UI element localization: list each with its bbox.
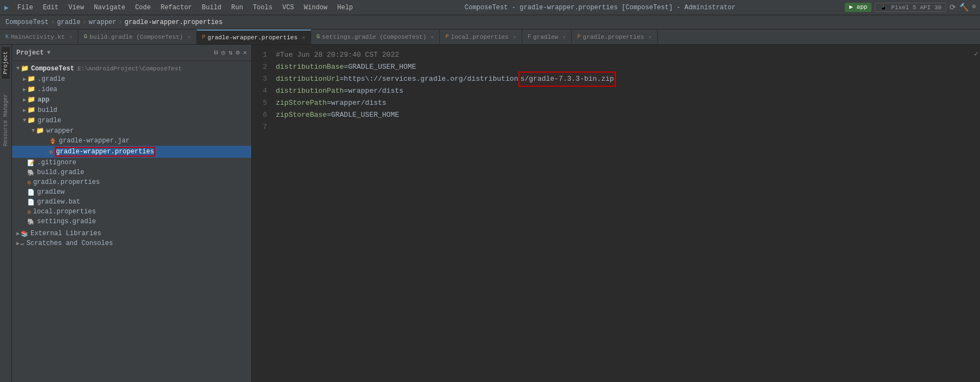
menu-refactor[interactable]: Refactor [159,3,195,13]
breadcrumb-gradle[interactable]: gradle [57,19,80,26]
collapse-icon[interactable]: ⊟ [214,49,218,57]
tree-app[interactable]: ▶ 📁 app [12,94,251,105]
menu-build[interactable]: Build [199,3,223,13]
scratches-label: Scratches and Consoles [27,240,113,247]
tree-scratches[interactable]: ▶ ✏ Scratches and Consoles [12,238,251,248]
wrapper-name: wrapper [46,127,74,135]
sep1: › [51,19,55,26]
tree-gradlew[interactable]: ▶ 📄 gradlew [12,187,251,197]
tab-gradlew[interactable]: F gradlew ✕ [522,29,572,44]
dotidea-name: .idea [38,86,57,93]
line6-val: GRADLE_USER_HOME [331,109,399,121]
tab-close-gradlewrapper[interactable]: ✕ [302,34,305,41]
line3-eq: = [340,73,344,85]
dropdown-arrow[interactable]: ▼ [47,50,50,56]
left-tab-project[interactable]: Project [2,47,10,79]
right-gutter: ✓ [972,49,980,378]
tree-gitignore[interactable]: ▶ 📝 .gitignore [12,158,251,168]
breadcrumb-bar: ComposeTest › gradle › wrapper › gradle-… [0,15,980,29]
tree-root[interactable]: ▼ 📁 ComposeTest E:\AndroidProject\Compos… [12,63,251,74]
tab-close-mainactivity[interactable]: ✕ [69,34,72,40]
tab-gradleprops[interactable]: P gradle.properties ✕ [572,29,657,44]
app-icon: ▶ [4,3,9,12]
tab-settings[interactable]: G settings.gradle (ComposeTest) ✕ [311,29,440,44]
tree-build[interactable]: ▶ 📁 build [12,105,251,115]
menu-edit[interactable]: Edit [41,3,61,13]
buildgradle-name: build.gradle [37,169,84,176]
tree-buildgradle[interactable]: ▶ 🐘 build.gradle [12,168,251,177]
root-name: ComposeTest [31,65,74,73]
breadcrumb-file[interactable]: gradle-wrapper.properties [124,19,222,26]
settings-icon[interactable]: ⚙ [236,49,240,57]
line3-val-highlighted: s/gradle-7.3.3-bin.zip [518,71,616,87]
close-sidebar-icon[interactable]: ✕ [243,49,247,57]
line4-val: wrapper/dists [348,85,403,97]
toolbar-sync[interactable]: ⟳ [949,3,956,12]
toolbar-device[interactable]: 📱 Pixel 5 API 30 [875,3,946,12]
line5-eq: = [327,97,331,109]
line2-key: distributionBase [276,61,344,73]
tree-wrapper-jar[interactable]: ▶ 🏺 gradle-wrapper.jar [12,136,251,146]
menu-help[interactable]: Help [335,3,355,13]
tab-close-localprops[interactable]: ✕ [513,34,516,40]
toolbar-icons: ⊟ ◎ ⇅ ⚙ ✕ [214,49,247,57]
menu-navigate[interactable]: Navigate [92,3,128,13]
toolbar-more[interactable]: ⚙ [972,3,976,12]
line6-key: zipStoreBase [276,109,327,121]
menu-vcs[interactable]: VCS [280,3,297,13]
tab-mainactivity[interactable]: K MainActivity.kt ✕ [0,29,78,44]
left-tab-resource[interactable]: Resource Manager [2,89,10,151]
toolbar-run-btn[interactable]: ▶ app [845,3,872,12]
selected-file-label: gradle-wrapper.properties [55,147,155,157]
locate-icon[interactable]: ◎ [221,49,225,57]
line4-key: distributionPath [276,85,344,97]
tab-close-gradlew[interactable]: ✕ [562,34,566,40]
sort-icon[interactable]: ⇅ [228,49,232,57]
gradleprops-name: gradle.properties [33,178,100,186]
tab-close-gradleprops[interactable]: ✕ [649,34,652,40]
menu-tools[interactable]: Tools [251,3,275,13]
tree-settingsgradle[interactable]: ▶ 🐘 settings.gradle [12,217,251,226]
checkmark-icon: ✓ [972,49,980,58]
tree-gradle[interactable]: ▼ 📁 gradle [12,115,251,126]
menu-view[interactable]: View [66,3,86,13]
tab-buildgradle[interactable]: G build.gradle (ComposeTest) ✕ [78,29,197,44]
build-name: build [38,106,57,114]
tree-dotidea[interactable]: ▶ 📁 .idea [12,84,251,94]
line4-eq: = [344,85,348,97]
toolbar-build[interactable]: 🔨 [959,3,969,12]
file-tree: ▼ 📁 ComposeTest E:\AndroidProject\Compos… [12,61,251,382]
tab-close-settings[interactable]: ✕ [431,34,434,40]
editor-content[interactable]: 1 2 3 4 5 6 7 #Tue Jun 28 20:29:40 CST 2… [252,45,980,382]
menu-code[interactable]: Code [133,3,153,13]
line5-key: zipStorePath [276,97,327,109]
code-line-5: zipStorePath=wrapper/dists [276,97,972,109]
tree-external-libraries[interactable]: ▶ 📚 External Libraries [12,229,251,238]
gradle-folder-name: gradle [38,117,61,124]
left-panel-tabs: Project Resource Manager [0,45,12,382]
tree-localprops[interactable]: ▶ ⚙ local.properties [12,207,251,217]
code-line-2: distributionBase=GRADLE_USER_HOME [276,61,972,73]
sep3: › [118,19,122,26]
tab-localprops[interactable]: P local.properties ✕ [440,29,522,44]
dotgradle-name: .gradle [38,75,65,83]
tree-gradlewbat[interactable]: ▶ 📄 gradlew.bat [12,197,251,207]
gitignore-name: .gitignore [37,159,76,166]
menu-window[interactable]: Window [302,3,330,13]
tree-wrapper[interactable]: ▼ 📁 wrapper [12,126,251,136]
tree-dotgradle[interactable]: ▶ 📁 .gradle [12,74,251,84]
menu-file[interactable]: File [15,3,35,13]
tree-gradleprops[interactable]: ▶ ⚙ gradle.properties [12,177,251,187]
titlebar: ▶ File Edit View Navigate Code Refactor … [0,0,980,15]
breadcrumb-project[interactable]: ComposeTest [5,19,49,26]
sep2: › [83,19,87,26]
tab-close-buildgradle[interactable]: ✕ [187,34,191,40]
menu-run[interactable]: Run [229,3,245,13]
code-line-4: distributionPath=wrapper/dists [276,85,972,97]
tree-wrapper-properties[interactable]: ▶ ⚙ gradle-wrapper.properties [12,146,251,158]
tab-gradlewrapper[interactable]: P gradle-wrapper.properties ✕ [197,29,311,44]
breadcrumb-wrapper[interactable]: wrapper [89,19,116,26]
external-libraries-label: External Libraries [31,230,101,237]
code-area: #Tue Jun 28 20:29:40 CST 2022 distributi… [274,49,972,378]
code-line-7 [276,121,972,133]
